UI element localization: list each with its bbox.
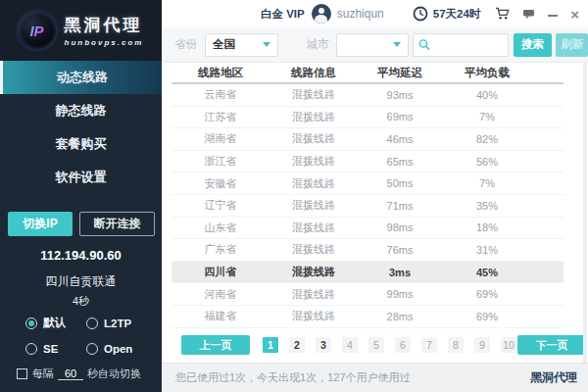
cell-region: 江苏省 xyxy=(172,110,270,124)
table-row[interactable]: 福建省混拨线路28ms69% xyxy=(172,306,564,328)
page-number-4[interactable]: 4 xyxy=(342,337,358,353)
main-area: 白金 VIP suzhiqun 57天24时 xyxy=(162,0,588,392)
table-scrollbar[interactable] xyxy=(583,63,587,363)
province-select[interactable]: 全国 xyxy=(205,33,278,57)
table-row[interactable]: 湖南省混拨线路46ms82% xyxy=(172,128,564,151)
sidebar-item-plan-purchase[interactable]: 套餐购买 xyxy=(0,127,162,161)
radio-icon[interactable] xyxy=(25,318,37,329)
sidebar-menu: 动态线路静态线路套餐购买软件设置 xyxy=(0,61,162,194)
search-icon xyxy=(418,38,430,51)
cell-load: 18% xyxy=(442,221,532,233)
protocol-radio-default[interactable]: 默认 xyxy=(25,316,86,330)
protocol-radio-se[interactable]: SE xyxy=(25,343,86,355)
filter-bar: 省份 全国 城市 搜索 刷新 xyxy=(162,27,588,63)
table-row[interactable]: 辽宁省混拨线路71ms35% xyxy=(172,195,564,218)
page-number-3[interactable]: 3 xyxy=(316,337,331,353)
page-number-9[interactable]: 9 xyxy=(474,337,490,353)
cell-delay: 76ms xyxy=(358,244,442,256)
protocol-label: 默认 xyxy=(43,316,66,330)
page-number-5[interactable]: 5 xyxy=(368,337,384,353)
prev-page-button[interactable]: 上一页 xyxy=(181,335,250,355)
message-icon[interactable] xyxy=(522,8,535,20)
cell-delay: 50ms xyxy=(358,177,442,189)
next-page-button[interactable]: 下一页 xyxy=(517,335,586,355)
auto-switch-suffix: 秒自动切换 xyxy=(87,367,141,381)
table-body: 云南省混拨线路93ms40%江苏省混拨线路69ms7%湖南省混拨线路46ms82… xyxy=(172,84,564,328)
cell-info: 混拨线路 xyxy=(270,265,358,279)
protocol-label: SE xyxy=(43,343,58,355)
cell-load: 45% xyxy=(442,267,532,278)
avatar[interactable] xyxy=(312,4,331,24)
clock-icon xyxy=(413,6,428,22)
radio-icon[interactable] xyxy=(86,343,98,355)
table-row[interactable]: 云南省混拨线路93ms40% xyxy=(172,84,564,107)
cell-info: 混拨线路 xyxy=(270,287,358,302)
search-box xyxy=(413,33,509,57)
disconnect-button[interactable]: 断开连接 xyxy=(79,212,155,236)
switch-ip-button[interactable]: 切换IP xyxy=(8,212,73,236)
cell-region: 云南省 xyxy=(172,87,270,102)
cell-region: 四川省 xyxy=(172,265,270,279)
cell-delay: 98ms xyxy=(358,221,442,233)
page-number-8[interactable]: 8 xyxy=(448,337,464,353)
logo: IP 黑洞代理 hunbovps.com xyxy=(0,0,162,61)
cell-load: 40% xyxy=(442,89,532,101)
page-number-7[interactable]: 7 xyxy=(421,337,437,353)
cell-delay: 93ms xyxy=(358,89,442,101)
protocol-label: L2TP xyxy=(104,318,131,329)
protocol-radio-l2tp[interactable]: L2TP xyxy=(86,316,148,330)
pagination: 上一页 12345678910 下一页 xyxy=(162,332,588,358)
cell-delay: 69ms xyxy=(358,111,442,122)
lines-table: 线路地区线路信息平均延迟平均负载 云南省混拨线路93ms40%江苏省混拨线路69… xyxy=(172,63,564,328)
logo-subtitle: hunbovps.com xyxy=(65,38,144,47)
page-number-10[interactable]: 10 xyxy=(501,337,516,353)
brand-label: 黑洞代理 xyxy=(530,369,577,386)
cell-delay: 46ms xyxy=(358,133,442,145)
cell-load: 56% xyxy=(442,156,532,168)
search-input[interactable] xyxy=(434,39,503,51)
table-row[interactable]: 浙江省混拨线路65ms56% xyxy=(172,151,564,173)
interval-input[interactable] xyxy=(58,368,83,380)
current-location: 四川自贡联通 xyxy=(0,273,162,290)
cell-delay: 71ms xyxy=(358,200,442,212)
table-row[interactable]: 广东省混拨线路76ms31% xyxy=(172,239,564,262)
cell-delay: 65ms xyxy=(358,156,442,168)
cell-info: 混拨线路 xyxy=(270,242,358,257)
radio-icon[interactable] xyxy=(25,343,37,355)
logo-title: 黑洞代理 xyxy=(65,14,144,36)
column-header: 平均负载 xyxy=(442,66,532,80)
sidebar: IP 黑洞代理 hunbovps.com 动态线路静态线路套餐购买软件设置 切换… xyxy=(0,0,162,392)
minimize-icon[interactable] xyxy=(548,15,558,17)
sidebar-item-dynamic-lines[interactable]: 动态线路 xyxy=(0,61,162,94)
cell-load: 35% xyxy=(442,200,532,212)
page-number-1[interactable]: 1 xyxy=(263,337,278,353)
page-number-6[interactable]: 6 xyxy=(395,337,411,353)
cell-delay: 28ms xyxy=(358,311,442,322)
table-row[interactable]: 安徽省混拨线路50ms7% xyxy=(172,172,564,195)
protocol-radio-open[interactable]: Open xyxy=(86,343,148,355)
cell-region: 福建省 xyxy=(172,309,270,323)
cell-region: 河南省 xyxy=(172,287,270,302)
close-icon[interactable]: × xyxy=(570,7,579,22)
sidebar-item-static-lines[interactable]: 静态线路 xyxy=(0,94,162,127)
sidebar-item-software-settings[interactable]: 软件设置 xyxy=(0,161,162,194)
page-number-2[interactable]: 2 xyxy=(289,337,305,353)
column-header: 线路信息 xyxy=(270,66,358,80)
app-window: IP 黑洞代理 hunbovps.com 动态线路静态线路套餐购买软件设置 切换… xyxy=(0,0,588,392)
table-row[interactable]: 山东省混拨线路98ms18% xyxy=(172,218,564,240)
refresh-button[interactable]: 刷新 xyxy=(556,33,588,57)
cell-region: 山东省 xyxy=(172,220,270,235)
radio-icon[interactable] xyxy=(86,318,98,329)
auto-switch-checkbox[interactable] xyxy=(17,368,27,379)
city-select[interactable] xyxy=(336,33,408,57)
cell-region: 安徽省 xyxy=(172,176,270,191)
table-row[interactable]: 四川省混拨线路3ms45% xyxy=(172,262,564,284)
connection-timer: 4秒 xyxy=(0,294,162,309)
cell-info: 混拨线路 xyxy=(270,131,358,146)
protocol-radio-group: 默认L2TPSEOpen xyxy=(25,316,148,355)
cell-info: 混拨线路 xyxy=(270,110,358,124)
search-button[interactable]: 搜索 xyxy=(514,33,553,57)
table-row[interactable]: 江苏省混拨线路69ms7% xyxy=(172,107,564,129)
table-row[interactable]: 河南省混拨线路99ms69% xyxy=(172,283,564,306)
cart-icon[interactable] xyxy=(495,7,510,21)
